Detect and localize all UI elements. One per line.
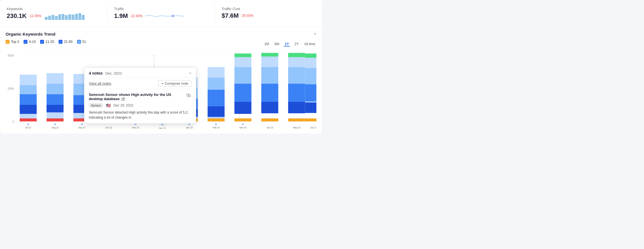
legend-label-21-50: 21-50 <box>64 40 73 44</box>
bar-aug22-band1 <box>47 105 63 112</box>
spark-bar <box>75 14 78 20</box>
chart-close-button[interactable]: × <box>314 31 316 36</box>
traffic-cost-value: $7.6M <box>222 12 239 19</box>
popup-notes-count: 4 notes <box>89 71 103 75</box>
view-all-notes-link[interactable]: View all notes <box>89 81 111 86</box>
note-meta: Sensor 🇺🇸 Dec 29, 2022 <box>89 103 191 108</box>
bar-jun23-band1 <box>305 102 316 113</box>
bar-apr23-orange <box>261 118 278 121</box>
time-btn-1m[interactable]: 1M <box>263 42 270 47</box>
keywords-change: -12.05% <box>29 14 41 18</box>
svg-text:Jan 23: Jan 23 <box>186 126 193 129</box>
note-body: Semrush Sensor detected High activity th… <box>89 110 191 120</box>
chart-title: Organic Keywords Trend <box>6 32 55 36</box>
svg-text:Oct 22: Oct 22 <box>105 126 112 129</box>
notes-popup: 4 notes Dec, 2022 × View all notes + Com… <box>84 67 196 124</box>
note-flag: 🇺🇸 <box>106 103 111 108</box>
legend-21-50[interactable]: ✓ 21-50 <box>59 40 73 44</box>
bar-apr23-band1 <box>261 102 278 113</box>
svg-text:Nov 22: Nov 22 <box>132 126 139 129</box>
traffic-cost-label: Traffic Cost <box>222 7 315 11</box>
legend-4-10[interactable]: ✓ 4-10 <box>24 40 36 44</box>
legend-label-11-20: 11-20 <box>45 40 54 44</box>
svg-text:G: G <box>81 123 83 126</box>
note-title-main: Semrush Sensor shows High activity for t… <box>89 93 171 101</box>
bar-mar23-orange <box>235 118 251 121</box>
bar-jun23-orange <box>305 118 316 121</box>
bar-feb23-band2 <box>208 90 224 108</box>
spark-bar <box>55 16 58 20</box>
time-btn-all[interactable]: All time <box>303 42 316 47</box>
svg-text:Jun 23: Jun 23 <box>310 126 316 129</box>
compose-note-button[interactable]: + Compose note <box>158 80 191 87</box>
bar-apr23-green <box>261 53 278 57</box>
keywords-value-row: 230.1K -12.05% <box>7 12 100 20</box>
svg-text:Dec 22: Dec 22 <box>159 127 166 129</box>
traffic-cost-change: -25.55% <box>241 14 254 18</box>
spark-bar <box>68 14 71 20</box>
time-range-row: 1M 6M 1Y 2Y All time <box>263 42 316 47</box>
time-btn-1y[interactable]: 1Y <box>284 42 290 47</box>
legend-check-top3: ✓ <box>6 40 10 44</box>
popup-close-button[interactable]: × <box>189 71 191 75</box>
bar-jun23-band2 <box>305 84 316 102</box>
bar-may23-orange <box>288 118 305 121</box>
popup-title-area: 4 notes Dec, 2022 <box>89 71 122 75</box>
bar-mar23-band1 <box>235 102 251 114</box>
legend-check-21-50: ✓ <box>59 40 62 44</box>
legend-check-51: ✓ <box>77 40 81 44</box>
svg-text:G: G <box>54 123 56 126</box>
time-btn-2y[interactable]: 2Y <box>293 42 300 47</box>
traffic-cost-value-row: $7.6M -25.55% <box>222 12 315 19</box>
bar-may23-band2 <box>288 84 305 102</box>
traffic-value: 1.9M <box>114 12 128 20</box>
legend-11-20[interactable]: ✓ 11-20 <box>40 40 54 44</box>
spark-bar <box>48 16 51 20</box>
popup-header: 4 notes Dec, 2022 × <box>84 68 196 78</box>
legend-label-51: 51 <box>82 40 86 44</box>
traffic-value-row: 1.9M -22.93% <box>114 12 208 20</box>
svg-text:Mar 23: Mar 23 <box>239 126 246 129</box>
spark-bar <box>82 15 85 20</box>
svg-text:Apr 23: Apr 23 <box>267 126 273 129</box>
legend-51[interactable]: ✓ 51 <box>77 40 86 44</box>
note-tag-sensor: Sensor <box>89 103 103 108</box>
popup-content: Semrush Sensor shows High activity for t… <box>84 89 196 123</box>
spark-bar <box>72 15 75 20</box>
metric-traffic: Traffic 1.9M -22.93% <box>107 4 215 22</box>
spark-bar <box>65 15 68 20</box>
chart-header: Organic Keywords Trend × <box>6 31 316 36</box>
spark-bar <box>78 13 81 20</box>
hide-note-icon[interactable] <box>186 93 191 98</box>
legend-check-11-20: ✓ <box>40 40 44 44</box>
bar-apr23-band2 <box>261 84 278 102</box>
popup-notes-date: Dec, 2022 <box>105 71 122 75</box>
spark-bar <box>52 15 54 20</box>
legend-check-4-10: ✓ <box>24 40 27 44</box>
svg-text:Feb 23: Feb 23 <box>213 126 220 129</box>
spark-bar <box>58 14 61 20</box>
bar-may23-green <box>288 53 305 57</box>
metric-keywords: Keywords 230.1K -12.05% <box>0 4 107 22</box>
chart-area: 400K 200K 0 G Jul 22 <box>6 50 316 129</box>
chart-controls: ✓ Top 3 ✓ 4-10 ✓ 11-20 ✓ 21-50 ✓ 51 <box>6 40 316 48</box>
time-btn-6m[interactable]: 6M <box>274 42 281 47</box>
note-title-text: Semrush Sensor shows High activity for t… <box>89 93 184 101</box>
bar-mar23-green <box>235 54 251 57</box>
popup-actions: View all notes + Compose note <box>84 78 196 89</box>
legend-label-top3: Top 3 <box>11 40 19 44</box>
svg-text:Jul 22: Jul 22 <box>25 126 31 129</box>
svg-text:G: G <box>242 123 244 126</box>
legend-top3[interactable]: ✓ Top 3 <box>6 40 19 44</box>
spark-bar <box>45 17 48 20</box>
keywords-sparkline <box>45 12 85 20</box>
svg-text:400K: 400K <box>8 54 14 57</box>
legend-label-4-10: 4-10 <box>29 40 36 44</box>
external-link-icon <box>121 98 125 101</box>
bar-feb23-band1 <box>208 106 224 117</box>
traffic-change: -22.93% <box>130 14 143 18</box>
bar-jul22-band1 <box>20 105 36 114</box>
bar-jul22-red <box>20 118 36 121</box>
bar-feb23-orange <box>208 118 224 121</box>
metric-traffic-cost: Traffic Cost $7.6M -25.55% <box>215 4 322 22</box>
